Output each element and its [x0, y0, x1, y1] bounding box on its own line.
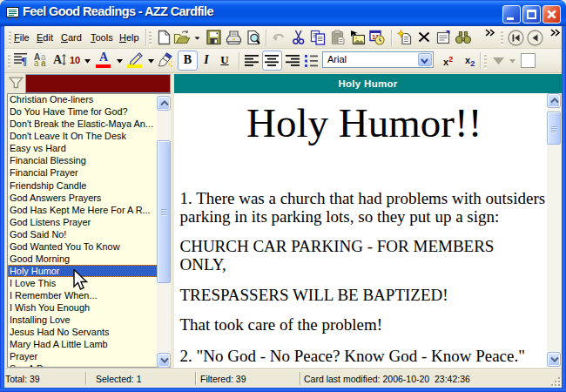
svg-text:a: a [34, 58, 39, 67]
svg-text:a: a [41, 58, 46, 67]
svg-text:¶: ¶ [21, 54, 27, 67]
svg-text:A: A [53, 53, 63, 66]
